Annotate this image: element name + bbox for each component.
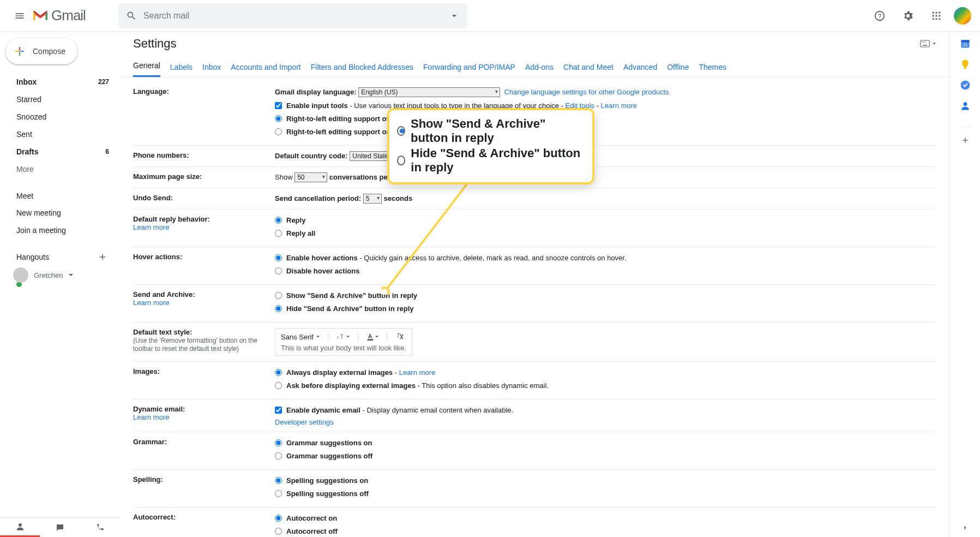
ask-display-images-radio[interactable]	[275, 382, 282, 389]
developer-settings-link[interactable]: Developer settings	[275, 418, 334, 426]
autocorrect-on-radio[interactable]	[275, 515, 282, 522]
hide-send-archive-radio[interactable]	[275, 305, 282, 312]
sidebar-item-more[interactable]: More	[2, 160, 116, 178]
spelling-on-radio[interactable]	[275, 477, 282, 484]
enable-dynamic-email-checkbox[interactable]	[275, 407, 282, 414]
grammar-on-label: Grammar suggestions on	[286, 438, 372, 449]
tab-add-ons[interactable]: Add-ons	[525, 63, 554, 77]
grammar-on-radio[interactable]	[275, 439, 282, 446]
learn-more-link[interactable]: Learn more	[133, 413, 169, 421]
tab-accounts-import[interactable]: Accounts and Import	[231, 63, 300, 77]
autocorrect-on-label: Autocorrect on	[286, 513, 337, 524]
sidebar-item-label: Inbox	[16, 77, 37, 86]
svg-point-29	[19, 523, 22, 527]
spelling-off-radio[interactable]	[275, 490, 282, 497]
get-addons-button[interactable]	[960, 127, 971, 146]
compose-button[interactable]: Compose	[5, 38, 77, 64]
tab-advanced[interactable]: Advanced	[623, 63, 657, 77]
hangouts-contacts-tab[interactable]	[0, 518, 40, 537]
undo-period-select[interactable]: 5	[363, 194, 382, 204]
calendar-icon[interactable]: 31	[960, 38, 971, 49]
callout-show-label: Show "Send & Archive" button in reply	[411, 117, 585, 145]
tab-filters-blocked[interactable]: Filters and Blocked Addresses	[311, 63, 413, 77]
ask-display-desc: - This option also disables dynamic emai…	[416, 381, 549, 390]
remove-formatting-button[interactable]: T	[395, 332, 405, 342]
reply-radio[interactable]	[275, 217, 282, 224]
support-button[interactable]: ?	[869, 5, 891, 27]
tasks-icon[interactable]	[960, 80, 971, 91]
learn-more-link[interactable]: Learn more	[399, 368, 435, 377]
tab-chat-meet[interactable]: Chat and Meet	[563, 63, 614, 77]
change-language-link[interactable]: Change language settings for other Googl…	[504, 88, 669, 96]
rtl-on-radio[interactable]	[275, 128, 282, 135]
reply-all-radio[interactable]	[275, 230, 282, 237]
show-send-archive-radio[interactable]	[275, 292, 282, 299]
svg-rect-13	[923, 41, 924, 43]
learn-more-link[interactable]: Learn more	[133, 223, 169, 231]
gmail-logo[interactable]: Gmail	[33, 7, 86, 24]
tab-inbox[interactable]: Inbox	[202, 63, 221, 77]
topbar: Gmail ?	[0, 0, 980, 32]
font-size-dropdown[interactable]: TT	[336, 333, 350, 341]
svg-point-9	[935, 18, 937, 20]
sidebar-item-join-meeting[interactable]: Join a meeting	[2, 222, 116, 239]
sidebar-item-starred[interactable]: Starred	[2, 91, 116, 108]
tab-offline[interactable]: Offline	[667, 63, 689, 77]
row-label: Send and Archive:	[133, 290, 195, 299]
google-apps-button[interactable]	[925, 5, 947, 27]
sidebar-item-new-meeting[interactable]: New meeting	[2, 204, 116, 222]
callout-hide-label: Hide "Send & Archive" button in reply	[411, 146, 585, 175]
search-bar[interactable]	[118, 3, 467, 28]
learn-more-link[interactable]: Learn more	[601, 102, 637, 110]
font-family-dropdown[interactable]: Sans Serif	[281, 333, 320, 341]
display-language-select[interactable]: English (US)	[358, 87, 500, 97]
page-title: Settings	[133, 37, 177, 51]
separator	[328, 332, 328, 342]
svg-rect-15	[923, 45, 927, 46]
account-avatar[interactable]	[954, 7, 971, 25]
grammar-off-radio[interactable]	[275, 452, 282, 460]
main-menu-button[interactable]	[9, 5, 31, 27]
display-language-label: Gmail display language:	[275, 88, 357, 96]
enable-hover-radio[interactable]	[275, 254, 282, 261]
input-tools-button[interactable]	[920, 36, 936, 51]
hangouts-chat-tab[interactable]	[40, 518, 80, 537]
autocorrect-off-radio[interactable]	[275, 528, 282, 535]
search-input[interactable]	[143, 11, 449, 21]
avatar-icon	[13, 267, 28, 283]
hangouts-phone-tab[interactable]	[80, 518, 120, 537]
rtl-off-radio[interactable]	[275, 115, 282, 122]
enable-dynamic-desc: - Display dynamic email content when ava…	[360, 406, 513, 414]
settings-button[interactable]	[897, 5, 919, 27]
hangouts-self-row[interactable]: Gretchen	[2, 265, 116, 285]
svg-point-10	[939, 18, 940, 20]
contacts-icon[interactable]	[960, 100, 971, 111]
sidebar-heading-meet: Meet	[2, 188, 116, 204]
learn-more-link[interactable]: Learn more	[133, 299, 169, 307]
always-display-images-radio[interactable]	[275, 369, 282, 376]
tab-themes[interactable]: Themes	[699, 63, 726, 77]
row-label: Images:	[133, 367, 160, 375]
keep-icon[interactable]	[960, 59, 971, 70]
gmail-wordmark: Gmail	[51, 7, 86, 24]
tab-forwarding-pop-imap[interactable]: Forwarding and POP/IMAP	[423, 63, 515, 77]
tab-general[interactable]: General	[133, 61, 160, 77]
row-default-reply: Default reply behavior: Learn more Reply…	[133, 210, 936, 247]
gear-icon	[902, 10, 914, 22]
font-family-value: Sans Serif	[281, 333, 314, 341]
tab-labels[interactable]: Labels	[170, 63, 193, 77]
text-style-toolbar: Sans Serif TT A T This is what your body…	[275, 328, 412, 356]
grammar-off-label: Grammar suggestions off	[286, 451, 372, 462]
search-options-icon[interactable]	[449, 10, 460, 21]
sidebar-item-snoozed[interactable]: Snoozed	[2, 108, 116, 126]
sidebar-item-drafts[interactable]: Drafts 6	[2, 143, 116, 160]
collapse-panel-button[interactable]	[961, 524, 969, 532]
text-color-dropdown[interactable]: A	[366, 332, 379, 341]
page-size-select[interactable]: 50	[294, 172, 327, 182]
compose-label: Compose	[33, 47, 65, 56]
disable-hover-radio[interactable]	[275, 267, 282, 275]
new-chat-button[interactable]	[96, 250, 109, 264]
sidebar-item-inbox[interactable]: Inbox 227	[2, 73, 116, 91]
enable-input-tools-checkbox[interactable]	[275, 102, 282, 109]
sidebar-item-sent[interactable]: Sent	[2, 126, 116, 143]
